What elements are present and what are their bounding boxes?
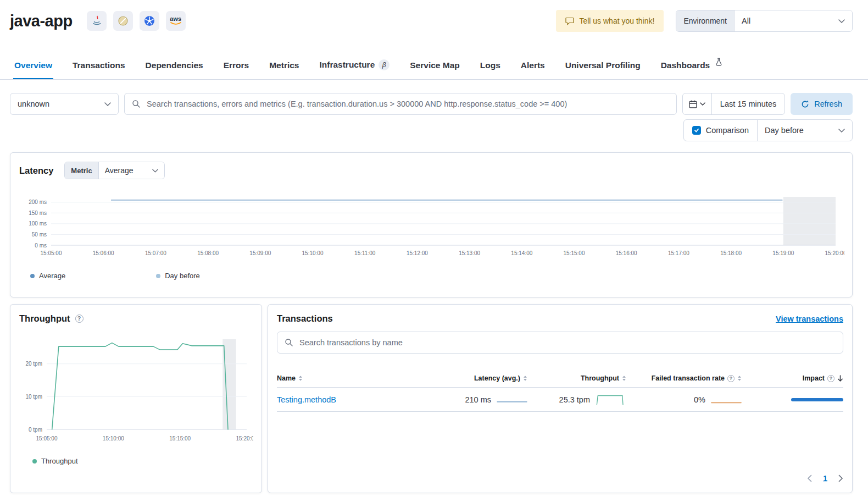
search-icon: [285, 338, 293, 347]
tab-errors[interactable]: Errors: [222, 54, 251, 79]
aws-icon: aws: [166, 11, 186, 31]
throughput-panel: Throughput ? 0 tpm10 tpm20 tpm15:05:0015…: [10, 304, 262, 493]
legend-item-average[interactable]: Average: [30, 272, 65, 280]
svg-text:15:15:00: 15:15:00: [169, 435, 191, 442]
transactions-search-box: [277, 332, 843, 354]
speech-bubble-icon: [565, 17, 574, 25]
latency-cell: 210 ms: [431, 394, 527, 405]
column-header-failed-rate[interactable]: Failed transaction rate ?: [626, 374, 742, 382]
tab-universal-profiling[interactable]: Universal Profiling: [564, 54, 642, 79]
svg-text:15:12:00: 15:12:00: [407, 250, 428, 256]
svg-text:15:19:00: 15:19:00: [772, 250, 794, 256]
svg-text:150 ms: 150 ms: [29, 210, 47, 216]
tab-metrics[interactable]: Metrics: [268, 54, 300, 79]
column-header-name[interactable]: Name: [277, 374, 431, 382]
column-header-latency[interactable]: Latency (avg.): [431, 374, 527, 382]
tab-overview[interactable]: Overview: [13, 54, 53, 79]
sort-icon: [737, 375, 742, 382]
tab-service-map[interactable]: Service Map: [409, 54, 460, 79]
agent-icon: [113, 11, 133, 31]
chevron-down-icon: [104, 102, 111, 106]
throughput-series-dot-icon: [32, 459, 37, 464]
svg-text:15:10:00: 15:10:00: [302, 250, 324, 256]
tab-transactions[interactable]: Transactions: [71, 54, 126, 79]
transaction-type-select[interactable]: unknown: [10, 93, 119, 115]
transaction-link[interactable]: Testing.methodB: [277, 395, 336, 404]
svg-text:15:10:00: 15:10:00: [103, 435, 124, 442]
question-icon[interactable]: ?: [75, 315, 84, 323]
latency-sparkline: [497, 394, 527, 405]
legend-item-throughput[interactable]: Throughput: [32, 457, 78, 465]
latency-metric-control: Metric Average: [64, 162, 164, 179]
date-picker-quick-select[interactable]: [683, 93, 712, 114]
column-header-impact[interactable]: Impact ?: [742, 374, 843, 382]
chevron-down-icon: [838, 19, 845, 23]
svg-text:15:11:00: 15:11:00: [354, 250, 376, 256]
tab-dashboards-label: Dashboards: [661, 60, 710, 70]
tab-dashboards[interactable]: Dashboards: [660, 54, 725, 79]
aws-smile: [170, 21, 182, 26]
svg-text:15:18:00: 15:18:00: [720, 250, 742, 256]
tech-stack-icons: aws: [87, 11, 186, 31]
checkbox-checked-icon: [692, 126, 701, 135]
day-before-series-dot-icon: [156, 274, 160, 278]
comparison-value: Day before: [765, 126, 804, 135]
time-range-button[interactable]: Last 15 minutes: [712, 100, 784, 108]
failed-rate-cell: 0%: [626, 395, 742, 404]
chevron-down-icon: [152, 169, 158, 173]
environment-filter: Environment All: [676, 10, 853, 32]
legend-item-day-before[interactable]: Day before: [156, 272, 200, 280]
transactions-search-input[interactable]: [298, 338, 843, 347]
comparison-label: Comparison: [706, 126, 749, 135]
question-icon: ?: [727, 375, 735, 382]
search-icon: [132, 100, 141, 108]
svg-text:15:14:00: 15:14:00: [511, 250, 532, 256]
transactions-title: Transactions: [277, 313, 333, 324]
beaker-icon: [715, 58, 723, 69]
svg-text:15:07:00: 15:07:00: [145, 250, 166, 256]
metric-label: Metric: [65, 162, 98, 179]
query-search-input[interactable]: [146, 99, 676, 109]
prev-page-button[interactable]: [807, 475, 812, 482]
svg-text:15:05:00: 15:05:00: [41, 250, 62, 256]
tab-infrastructure[interactable]: Infrastructure β: [318, 53, 391, 79]
environment-select[interactable]: All: [735, 10, 852, 31]
refresh-button[interactable]: Refresh: [791, 93, 853, 115]
latency-chart: 0 ms50 ms100 ms150 ms200 ms15:05:0015:06…: [19, 194, 844, 258]
svg-text:20 tpm: 20 tpm: [25, 361, 42, 367]
metric-select[interactable]: Average: [99, 162, 164, 179]
failed-rate-sparkline: [711, 395, 742, 404]
header: java-app aws Tell us what you think! Env…: [0, 0, 868, 40]
feedback-label: Tell us what you think!: [579, 16, 654, 25]
sort-desc-icon: [837, 375, 843, 382]
question-icon: ?: [827, 375, 834, 382]
pagination: 1: [277, 474, 843, 484]
impact-cell: [742, 398, 843, 401]
tab-alerts[interactable]: Alerts: [520, 54, 546, 79]
chevron-down-icon: [838, 129, 845, 133]
metric-value: Average: [105, 166, 133, 175]
feedback-button[interactable]: Tell us what you think!: [556, 10, 664, 32]
column-header-throughput[interactable]: Throughput: [527, 374, 626, 382]
svg-text:15:05:00: 15:05:00: [36, 435, 58, 442]
svg-text:10 tpm: 10 tpm: [25, 394, 42, 400]
impact-bar: [791, 398, 843, 401]
svg-text:15:20:00: 15:20:00: [236, 435, 253, 442]
refresh-label: Refresh: [814, 100, 842, 108]
environment-label: Environment: [676, 10, 735, 31]
view-transactions-link[interactable]: View transactions: [776, 315, 843, 323]
comparison-select[interactable]: Day before: [758, 120, 852, 141]
throughput-legend: Throughput: [19, 457, 253, 465]
next-page-button[interactable]: [838, 475, 843, 482]
latency-panel: Latency Metric Average 0 ms50 ms100 ms15…: [10, 152, 853, 297]
svg-text:15:15:00: 15:15:00: [564, 250, 585, 256]
tab-logs[interactable]: Logs: [479, 54, 502, 79]
chevron-down-icon: [700, 102, 705, 106]
svg-text:100 ms: 100 ms: [29, 220, 47, 227]
comparison-checkbox[interactable]: Comparison: [684, 120, 758, 141]
page-1-button[interactable]: 1: [823, 474, 827, 483]
svg-text:15:09:00: 15:09:00: [249, 250, 271, 256]
tab-dependencies[interactable]: Dependencies: [144, 54, 204, 79]
throughput-sparkline: [596, 394, 626, 406]
date-picker: Last 15 minutes: [682, 93, 785, 115]
